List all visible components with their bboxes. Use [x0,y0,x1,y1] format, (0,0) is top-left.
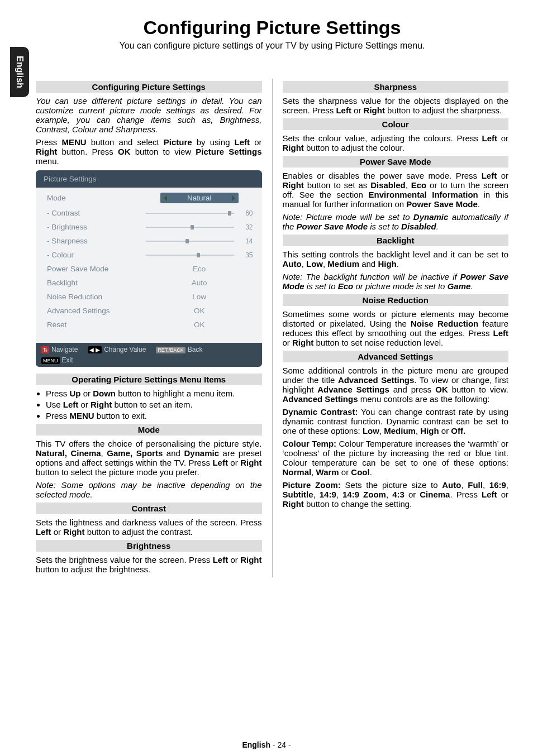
menu-row-reset[interactable]: Reset OK [37,318,261,332]
language-tab: English [10,47,29,97]
section-heading-colour: Colour [283,118,509,130]
menu-row-colour[interactable]: - Colour 35 [37,248,261,262]
menu-row-psm[interactable]: Power Save Mode Eco [37,262,261,276]
sharpness-text: Sets the sharpness value for the objects… [283,96,509,115]
slider-thumb-icon[interactable] [197,253,200,257]
section-heading-noise: Noise Reduction [283,294,509,306]
footer-page-number: - 24 - [270,740,291,749]
menu-label-noise: Noise Reduction [47,293,137,301]
section-heading-advanced: Advanced Settings [283,351,509,362]
menu-value-brightness: 32 [239,223,253,231]
psm-note: Note: Picture mode will be set to Dynami… [283,212,509,231]
mode-text: This TV offers the choice of personalisi… [36,439,262,477]
menu-value-psm: Eco [146,265,253,273]
brightness-text: Sets the brightness value for the screen… [36,555,262,574]
menu-label-sharpness: - Sharpness [47,237,137,245]
right-arrow-icon[interactable] [232,195,235,201]
menu-header: Picture Settings [36,170,262,188]
mode-note: Note: Some options may be inactive depen… [36,480,262,499]
menu-row-brightness[interactable]: - Brightness 32 [37,220,261,234]
slider-thumb-icon[interactable] [191,225,194,229]
menu-row-contrast[interactable]: - Contrast 60 [37,206,261,220]
menu-value-colour: 35 [239,251,253,259]
footer-navigate: ⇅Navigate [41,346,78,353]
picture-zoom-text: Picture Zoom: Sets the picture size to A… [283,480,509,509]
menu-row-mode[interactable]: Mode Natural [37,190,261,206]
left-arrow-icon[interactable] [164,195,167,201]
section-heading-psm: Power Save Mode [283,156,509,168]
page-subtitle: You can configure picture settings of yo… [36,41,508,51]
section-heading-sharpness: Sharpness [283,81,509,93]
footer-back: RET./BACKBack [156,346,202,353]
menu-label-contrast: - Contrast [47,209,137,217]
column-divider [272,79,273,577]
leftright-icon: ◀ ▶ [88,346,102,353]
right-column: Sharpness Sets the sharpness value for t… [283,79,509,577]
noise-text: Sometimes some words or picture elements… [283,309,509,347]
menu-value-contrast: 60 [239,209,253,217]
backlight-text: This setting controls the backlight leve… [283,250,509,269]
menu-label-colour: - Colour [47,251,137,259]
section-heading-operating: Operating Picture Settings Menu Items [36,374,262,385]
slider-thumb-icon[interactable] [185,239,189,243]
section-heading-configuring: Configuring Picture Settings [36,81,262,93]
menu-label-backlight: Backlight [47,279,137,287]
menu-value-sharpness: 14 [239,237,253,245]
section-heading-mode: Mode [36,424,262,436]
configuring-intro: You can use different picture settings i… [36,96,262,134]
footer-change: ◀ ▶Change Value [88,346,146,353]
section-heading-brightness: Brightness [36,540,262,552]
menu-value-mode[interactable]: Natural [160,193,239,203]
menu-value-advanced: OK [146,307,253,315]
language-tab-label: English [15,56,25,88]
list-item: Press MENU button to exit. [46,411,262,420]
retback-key-icon: RET./BACK [156,347,185,353]
menu-label-advanced: Advanced Settings [47,307,137,315]
picture-settings-menu: Picture Settings Mode Natural [36,170,262,367]
menu-value-noise: Low [146,293,253,301]
backlight-note: Note: The backlight function will be ina… [283,272,509,291]
contrast-text: Sets the lightness and darkness values o… [36,518,262,537]
list-item: Press Up or Down button to highlight a m… [46,389,262,398]
updown-icon: ⇅ [41,346,49,353]
menu-row-noise[interactable]: Noise Reduction Low [37,290,261,304]
menu-key-icon: MENU [41,357,60,364]
section-heading-contrast: Contrast [36,503,262,514]
psm-text: Enables or disables the power save mode.… [283,171,509,209]
footer-lang: English [242,740,270,749]
menu-row-backlight[interactable]: Backlight Auto [37,276,261,290]
section-heading-backlight: Backlight [283,235,509,246]
colour-text: Sets the colour value, adjusting the col… [283,133,509,152]
dynamic-contrast-text: Dynamic Contrast: You can change contras… [283,407,509,436]
menu-value-backlight: Auto [146,279,253,287]
configuring-instructions: Press MENU button and select Picture by … [36,137,262,166]
page-title: Configuring Picture Settings [36,17,508,39]
menu-label-brightness: - Brightness [47,223,137,231]
menu-row-advanced[interactable]: Advanced Settings OK [37,304,261,318]
page-footer: English - 24 - [0,740,533,749]
menu-label-reset: Reset [47,320,137,329]
operating-list: Press Up or Down button to highlight a m… [36,389,262,420]
menu-label-psm: Power Save Mode [47,265,137,273]
menu-value-reset: OK [146,320,253,329]
menu-label-mode: Mode [47,194,137,202]
slider-thumb-icon[interactable] [228,211,231,216]
menu-footer: ⇅Navigate ◀ ▶Change Value RET./BACKBack [36,343,262,356]
list-item: Use Left or Right button to set an item. [46,400,262,409]
footer-exit: MENUExit [41,356,73,364]
menu-footer-2: MENUExit [36,356,262,367]
menu-row-sharpness[interactable]: - Sharpness 14 [37,234,261,248]
advanced-intro: Some additional controls in the picture … [283,366,509,404]
menu-body: Mode Natural - Contrast 60 [36,188,262,343]
left-column: Configuring Picture Settings You can use… [36,79,262,577]
colour-temp-text: Colour Temp: Colour Temperature increase… [283,439,509,477]
